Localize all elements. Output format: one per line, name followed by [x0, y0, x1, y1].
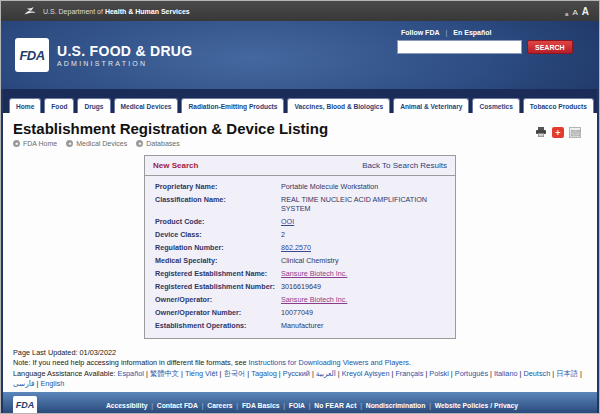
- fda-banner: FDA U.S. FOOD & DRUG ADMINISTRATION Foll…: [1, 21, 599, 89]
- record-field-value: OOI: [281, 217, 447, 226]
- language-link[interactable]: Kreyòl Ayisyen: [342, 369, 396, 378]
- footer-link[interactable]: FDA Basics: [242, 402, 289, 409]
- record-field-value: Sansure Biotech Inc.: [281, 295, 447, 304]
- record-field-label: Regulation Number:: [155, 243, 281, 252]
- nav-tab[interactable]: Animal & Veterinary: [393, 98, 469, 113]
- language-link[interactable]: العربية: [316, 369, 342, 378]
- downloading-viewers-link[interactable]: Instructions for Downloading Viewers and…: [249, 358, 409, 367]
- footer-link[interactable]: Website Policies / Privacy: [435, 402, 518, 409]
- hhs-department-label: U.S. Department of Health & Human Servic…: [43, 8, 190, 15]
- record-row: Device Class: 2: [155, 228, 447, 241]
- panel-header: New Search Back To Search Results: [145, 156, 455, 176]
- back-to-search-results-link[interactable]: Back To Search Results: [362, 161, 447, 170]
- record-field-value: 862.2570: [281, 243, 447, 252]
- footer-link[interactable]: Careers: [207, 402, 242, 409]
- panel-body: Proprietary Name: Portable Molecule Work…: [145, 176, 455, 338]
- share-icon[interactable]: +: [552, 127, 564, 138]
- follow-fda-link[interactable]: Follow FDA: [401, 29, 440, 36]
- language-link[interactable]: Español: [118, 369, 150, 378]
- language-link[interactable]: Português: [455, 369, 494, 378]
- fda-logo[interactable]: FDA: [15, 38, 49, 72]
- record-row: Classification Name: REAL TIME NUCLEIC A…: [155, 193, 447, 215]
- breadcrumb-label: Medical Devices: [76, 140, 127, 147]
- record-field-label: Medical Specialty:: [155, 256, 281, 265]
- page-action-icons: +: [535, 127, 581, 138]
- nav-tab[interactable]: Home: [9, 98, 41, 113]
- record-row: Regulation Number: 862.2570: [155, 241, 447, 254]
- font-size-large-button[interactable]: A: [582, 6, 589, 17]
- record-field-value: 2: [281, 230, 447, 239]
- record-field-value: Manufacturer: [281, 321, 447, 330]
- breadcrumb-item[interactable]: ● FDA Home: [13, 140, 57, 147]
- email-icon[interactable]: [569, 127, 581, 138]
- record-field-value: 10077049: [281, 308, 447, 317]
- breadcrumb-label: Databases: [146, 140, 179, 147]
- main-content: Establishment Registration & Device List…: [3, 113, 597, 339]
- record-field-value: Clinical Chemistry: [281, 256, 447, 265]
- footer-bar: FDA AccessibilityContact FDACareersFDA B…: [3, 392, 597, 414]
- record-field-label: Proprietary Name:: [155, 182, 281, 191]
- file-formats-note: Note: If you need help accessing informa…: [13, 358, 587, 368]
- breadcrumb-item[interactable]: ● Databases: [136, 140, 179, 147]
- record-row: Medical Specialty: Clinical Chemistry: [155, 254, 447, 267]
- footer-link[interactable]: FOIA: [289, 402, 315, 409]
- language-link[interactable]: Русский: [283, 369, 316, 378]
- breadcrumb-bullet-icon: ●: [66, 140, 73, 147]
- footer-link[interactable]: Contact FDA: [157, 402, 208, 409]
- language-link[interactable]: Tagalog: [251, 369, 283, 378]
- breadcrumb-label: FDA Home: [23, 140, 57, 147]
- nav-tab[interactable]: Radiation-Emitting Products: [181, 98, 284, 113]
- language-link[interactable]: 한국어: [223, 369, 251, 378]
- language-link[interactable]: فارسی: [13, 379, 40, 388]
- footer-link[interactable]: No FEAR Act: [314, 402, 365, 409]
- language-link[interactable]: Deutsch: [523, 369, 556, 378]
- record-row: Owner/Operator: Sansure Biotech Inc.: [155, 293, 447, 306]
- nav-tab[interactable]: Food: [44, 98, 74, 113]
- footer-link[interactable]: Accessibility: [106, 402, 157, 409]
- record-field-label: Establishment Operations:: [155, 321, 281, 330]
- main-nav: HomeFoodDrugsMedical DevicesRadiation-Em…: [3, 89, 597, 113]
- language-link[interactable]: 日本語: [556, 369, 582, 378]
- record-field-label: Owner/Operator:: [155, 295, 281, 304]
- font-size-medium-button[interactable]: A: [572, 8, 577, 17]
- record-field-label: Registered Establishment Name:: [155, 269, 281, 278]
- record-field-value: 3016619649: [281, 282, 447, 291]
- fda-title-line1: U.S. FOOD & DRUG: [57, 43, 192, 59]
- language-assistance: Language Assistance Available: Español繁體…: [13, 369, 587, 389]
- nav-tab[interactable]: Cosmetics: [472, 98, 519, 113]
- hhs-top-bar: U.S. Department of Health & Human Servic…: [1, 1, 599, 21]
- device-record-panel: New Search Back To Search Results Propri…: [144, 155, 456, 339]
- language-link[interactable]: Tiếng Việt: [185, 369, 223, 378]
- new-search-link[interactable]: New Search: [153, 161, 198, 170]
- footer-links: AccessibilityContact FDACareersFDA Basic…: [37, 402, 587, 409]
- nav-tab[interactable]: Tobacco Products: [523, 98, 594, 113]
- language-link[interactable]: Polski: [429, 369, 454, 378]
- print-icon[interactable]: [535, 127, 547, 138]
- banner-link-separator: |: [446, 29, 448, 36]
- record-row: Product Code: OOI: [155, 215, 447, 228]
- fda-banner-title: U.S. FOOD & DRUG ADMINISTRATION: [57, 43, 192, 67]
- breadcrumb-item[interactable]: ● Medical Devices: [66, 140, 127, 147]
- search-input[interactable]: [397, 40, 522, 54]
- banner-right-tools: Follow FDA | En Español SEARCH: [397, 29, 577, 54]
- nav-tab[interactable]: Drugs: [77, 98, 110, 113]
- footer-fda-logo[interactable]: FDA: [13, 396, 37, 414]
- breadcrumb-bullet-icon: ●: [136, 140, 143, 147]
- page-last-updated: Page Last Updated: 01/03/2022: [13, 348, 587, 358]
- page-title: Establishment Registration & Device List…: [13, 120, 587, 137]
- language-link[interactable]: Italiano: [494, 369, 523, 378]
- nav-tab[interactable]: Vaccines, Blood & Biologics: [287, 98, 390, 113]
- record-row: Proprietary Name: Portable Molecule Work…: [155, 180, 447, 193]
- language-link[interactable]: 繁體中文: [150, 369, 185, 378]
- en-espanol-link[interactable]: En Español: [453, 29, 491, 36]
- language-link[interactable]: English: [40, 379, 64, 388]
- language-link[interactable]: Français: [395, 369, 429, 378]
- record-field-label: Device Class:: [155, 230, 281, 239]
- font-size-small-button[interactable]: a: [565, 11, 568, 17]
- record-field-value: Sansure Biotech Inc.: [281, 269, 447, 278]
- footer-link[interactable]: Nondiscrimination: [366, 402, 435, 409]
- nav-tab[interactable]: Medical Devices: [114, 98, 179, 113]
- record-field-value: Portable Molecule Workstation: [281, 182, 447, 191]
- breadcrumb-bullet-icon: ●: [13, 140, 20, 147]
- search-button[interactable]: SEARCH: [527, 40, 573, 54]
